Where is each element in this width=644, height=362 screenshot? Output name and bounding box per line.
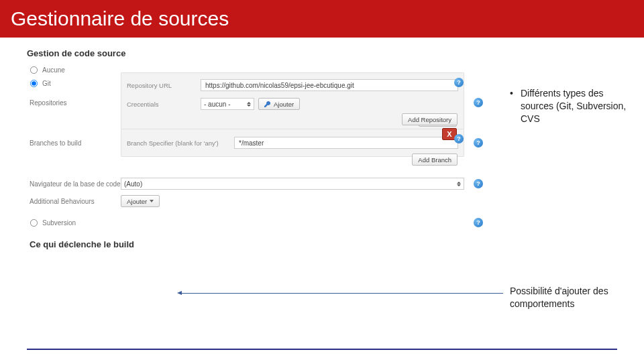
annotation-behaviours: Possibilité d'ajouter des comportements — [510, 285, 634, 310]
add-branch-button[interactable]: Add Branch — [412, 154, 458, 166]
code-navigator-value: (Auto) — [124, 180, 142, 188]
jenkins-config-panel: Gestion de code source Aucune Git Reposi… — [27, 48, 483, 249]
section-title: Gestion de code source — [27, 48, 483, 58]
add-credentials-label: Ajouter — [274, 101, 294, 108]
add-behaviour-button[interactable]: Ajouter — [121, 195, 160, 207]
credentials-value: - aucun - — [204, 101, 230, 108]
help-icon[interactable]: ? — [474, 138, 483, 147]
add-credentials-button[interactable]: Ajouter — [258, 98, 300, 110]
additional-behaviours-label: Additional Behaviours — [27, 198, 121, 205]
key-icon — [264, 101, 271, 107]
code-navigator-label: Navigateur de la base de code — [27, 180, 121, 188]
branch-specifier-input[interactable] — [234, 137, 458, 149]
next-section-title: Ce qui déclenche le build — [27, 239, 483, 249]
help-icon[interactable]: ? — [474, 98, 483, 107]
select-caret-icon — [247, 102, 251, 107]
radio-none[interactable] — [30, 66, 38, 73]
annotation-types-text: Différents types des sources (Git, Subve… — [510, 87, 634, 125]
radio-subversion[interactable] — [30, 219, 38, 226]
arrow-icon — [181, 293, 503, 294]
slide-header: Gestionnaire de sources — [0, 0, 644, 38]
add-branch-label: Add Branch — [418, 156, 451, 164]
help-icon[interactable]: ? — [454, 78, 464, 87]
annotation-types: Différents types des sources (Git, Subve… — [510, 87, 634, 125]
repo-url-label: Repository URL — [127, 82, 201, 89]
branch-specifier-label: Branch Specifier (blank for 'any') — [127, 139, 234, 147]
radio-git[interactable] — [30, 79, 38, 86]
repo-url-input[interactable] — [201, 79, 458, 91]
radio-git-label: Git — [42, 80, 51, 87]
add-repository-button[interactable]: Add Repository — [402, 113, 458, 125]
help-icon[interactable]: ? — [454, 134, 464, 143]
dropdown-caret-icon — [150, 200, 154, 202]
help-icon[interactable]: ? — [474, 218, 483, 227]
add-behaviour-label: Ajouter — [127, 198, 147, 205]
repositories-label: Repositories — [27, 99, 121, 107]
radio-subversion-label: Subversion — [42, 219, 76, 227]
select-caret-icon — [457, 182, 461, 186]
credentials-select[interactable]: - aucun - — [201, 98, 254, 110]
footer-divider — [27, 349, 617, 350]
slide-title: Gestionnaire de sources — [11, 7, 229, 30]
branches-label: Branches to build — [27, 139, 121, 147]
help-icon[interactable]: ? — [474, 179, 483, 188]
radio-none-label: Aucune — [42, 66, 65, 74]
credentials-label: Crecentials — [127, 101, 201, 108]
code-navigator-select[interactable]: (Auto) — [121, 178, 464, 190]
add-repository-label: Add Repository — [408, 116, 451, 123]
